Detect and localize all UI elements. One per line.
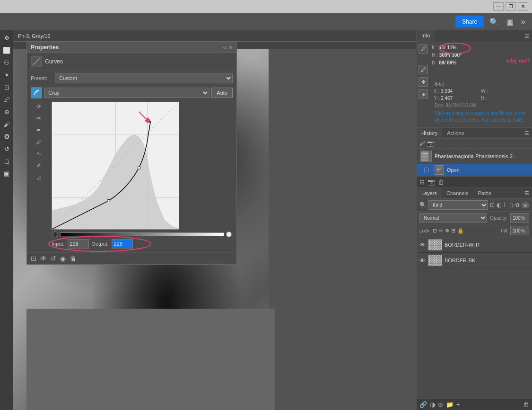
- tool-gradient[interactable]: ▣: [1, 168, 12, 179]
- eyedropper-white-tool[interactable]: 🖊: [34, 137, 44, 147]
- k-after-value: 11%: [447, 45, 456, 50]
- lock-transparent-icon[interactable]: ⊡: [433, 228, 437, 234]
- canvas-tab[interactable]: Ph-3, Gray/16: [13, 30, 416, 42]
- history-menu-icon[interactable]: ☰: [522, 128, 532, 138]
- tool-heal[interactable]: ⊕: [1, 106, 12, 117]
- restore-button[interactable]: ❐: [506, 2, 516, 11]
- smart-filter-icon[interactable]: ✿: [515, 202, 520, 208]
- text-filter-icon[interactable]: T: [503, 202, 506, 208]
- reset-icon[interactable]: ↺: [51, 255, 56, 262]
- history-brush-icon[interactable]: 🖌: [419, 140, 425, 147]
- tab-channels[interactable]: Channels: [442, 188, 473, 198]
- fill-input[interactable]: [510, 226, 529, 235]
- move-icon[interactable]: ✥: [419, 77, 428, 87]
- smooth-tool[interactable]: ⊿: [34, 172, 44, 183]
- tool-crop[interactable]: ⊡: [1, 81, 12, 93]
- delete-layer-icon[interactable]: 🗑: [523, 401, 529, 408]
- link-layers-icon[interactable]: 🔗: [419, 401, 427, 408]
- lock-paint-icon[interactable]: ✏: [439, 228, 443, 234]
- eyedropper1-icon[interactable]: 🖊: [419, 44, 428, 53]
- delete-icon[interactable]: 🗑: [70, 255, 76, 262]
- tool-lasso[interactable]: ⚇: [1, 57, 12, 68]
- panel-close-icon[interactable]: ✕: [228, 45, 233, 51]
- window-controls[interactable]: — ❐ ✕: [493, 2, 528, 11]
- curves-wave-tool[interactable]: ∿: [34, 149, 44, 159]
- pixel-filter-icon[interactable]: ⊡: [490, 202, 495, 208]
- tab-info[interactable]: Info: [417, 30, 435, 42]
- opacity-input[interactable]: [510, 213, 529, 223]
- curves-adjust-icon[interactable]: [31, 87, 42, 98]
- curves-header: Curves: [27, 53, 236, 71]
- layers-menu-icon[interactable]: ☰: [522, 188, 532, 198]
- lock-move-icon[interactable]: ✥: [445, 228, 449, 234]
- tool-magic-wand[interactable]: ✦: [1, 69, 12, 80]
- minimize-button[interactable]: —: [493, 2, 504, 11]
- curves-graph[interactable]: [52, 102, 179, 230]
- layer1-visibility-icon[interactable]: 👁: [419, 241, 426, 249]
- panel-controls[interactable]: ‹‹ ✕: [223, 45, 233, 51]
- black-point-marker[interactable]: [52, 232, 58, 237]
- kind-filter-select[interactable]: Kind: [428, 200, 488, 210]
- add-mask-icon[interactable]: ⊙: [438, 401, 443, 408]
- close-button[interactable]: ✕: [518, 2, 528, 11]
- rect-icon[interactable]: ⊞: [419, 89, 428, 99]
- eyedropper2-icon[interactable]: 🖊: [419, 65, 428, 74]
- expand-button[interactable]: »: [519, 17, 527, 27]
- layer2-visibility-icon[interactable]: 👁: [419, 257, 426, 264]
- tool-eyedropper[interactable]: 🖊: [1, 94, 12, 105]
- left-tool-panel: ✥ ⬜ ⚇ ✦ ⊡ 🖊 ⊕ 🖌 ✪ ↺ ◻ ▣: [0, 30, 13, 410]
- input-field[interactable]: 228: [68, 239, 89, 249]
- panels-button[interactable]: ▦: [505, 17, 515, 27]
- tab-history[interactable]: History: [417, 128, 442, 138]
- channel-select[interactable]: Gray: [44, 88, 209, 98]
- tool-history-brush[interactable]: ↺: [1, 143, 12, 154]
- blend-mode-select[interactable]: Normal: [419, 213, 487, 223]
- search-button[interactable]: 🔍: [488, 17, 501, 27]
- tool-move[interactable]: ✥: [1, 32, 12, 44]
- b-col: B : 89/ 89%: [432, 60, 456, 65]
- new-group-button[interactable]: 📁: [446, 401, 454, 408]
- camera-icon[interactable]: 📷: [427, 178, 435, 186]
- coord-row: X : 3.994 W :: [431, 88, 530, 95]
- clip-icon[interactable]: ⊡: [31, 255, 36, 262]
- history-item-file[interactable]: Phantasmagloria-Phantasmosis-2...: [417, 149, 532, 164]
- info-menu-icon[interactable]: ☰: [522, 31, 532, 41]
- svg-rect-14: [436, 166, 443, 174]
- properties-title: Properties: [31, 44, 59, 51]
- tool-eraser[interactable]: ◻: [1, 155, 12, 167]
- eyedropper-black-tool[interactable]: ✏: [34, 113, 44, 124]
- tool-clone[interactable]: ✪: [1, 131, 12, 142]
- tool-marquee[interactable]: ⬜: [1, 45, 12, 56]
- shape-filter-icon[interactable]: ◻: [508, 202, 513, 208]
- pencil-tool[interactable]: ✐: [34, 160, 44, 171]
- tool-brush[interactable]: 🖌: [1, 118, 12, 130]
- b-before-value: 89/: [439, 60, 445, 65]
- layer-item-2[interactable]: 👁 BORDER-BK: [417, 253, 532, 268]
- new-group-icon[interactable]: ⊞: [419, 178, 425, 186]
- tab-paths[interactable]: Paths: [473, 188, 496, 198]
- white-point-marker[interactable]: [226, 232, 232, 237]
- title-bar: — ❐ ✕: [0, 0, 532, 13]
- panel-collapse-icon[interactable]: ‹‹: [223, 45, 227, 51]
- preview-icon[interactable]: ◉: [60, 255, 66, 262]
- history-snapshot-icon[interactable]: 📷: [427, 140, 434, 147]
- share-button[interactable]: Share: [455, 16, 484, 27]
- tab-actions[interactable]: Actions: [442, 128, 469, 138]
- add-adjustment-icon[interactable]: ◑: [430, 401, 435, 408]
- lock-all-icon[interactable]: 🔒: [457, 228, 464, 234]
- auto-button[interactable]: Auto: [211, 88, 233, 98]
- adjustment-filter-icon[interactable]: ◐: [497, 202, 501, 208]
- tab-layers[interactable]: Layers: [417, 188, 442, 198]
- preset-select[interactable]: Custom: [55, 73, 233, 83]
- filter-toggle[interactable]: ●: [522, 202, 529, 208]
- history-open-item[interactable]: Open: [417, 164, 532, 176]
- output-field[interactable]: 228: [112, 239, 133, 249]
- trash-icon[interactable]: 🗑: [438, 178, 444, 186]
- sample-curves-tool[interactable]: ⟳: [34, 101, 44, 112]
- layer-item-1[interactable]: 👁 BORDER-WHT: [417, 237, 532, 253]
- eyedropper-gray-tool[interactable]: ✒: [34, 125, 44, 135]
- filter-icon[interactable]: 🔍: [419, 202, 427, 208]
- new-layer-icon[interactable]: +: [456, 401, 460, 408]
- visibility-icon[interactable]: 👁: [40, 255, 47, 262]
- lock-artboard-icon[interactable]: ⊞: [451, 228, 455, 234]
